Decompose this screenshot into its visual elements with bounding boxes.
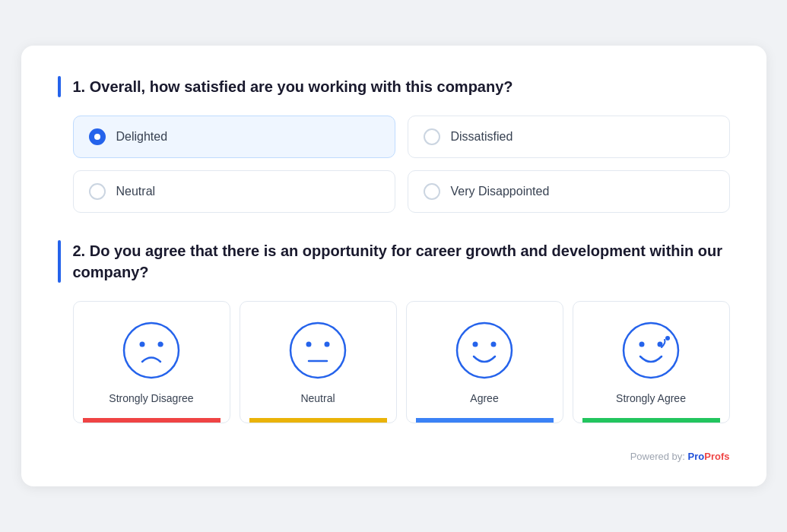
option-dissatisfied[interactable]: Dissatisfied xyxy=(408,116,730,158)
option-agree-label: Agree xyxy=(470,391,498,407)
question-1-label-row: 1. Overall, how satisfied are you workin… xyxy=(58,76,730,97)
question-2-label-row: 2. Do you agree that there is an opportu… xyxy=(58,240,730,283)
bar-strongly-agree xyxy=(582,418,720,423)
bar-neutral xyxy=(249,418,387,423)
question-2-block: 2. Do you agree that there is an opportu… xyxy=(58,240,730,424)
svg-point-12 xyxy=(639,341,645,347)
bar-strongly-disagree xyxy=(83,418,221,423)
question-1-options: Delighted Dissatisfied Neutral Very Disa… xyxy=(73,116,730,213)
profs-text: Profs xyxy=(704,451,729,462)
option-neutral-label: Neutral xyxy=(116,185,156,198)
face-very-happy-icon xyxy=(620,320,681,381)
option-strongly-disagree[interactable]: Strongly Disagree xyxy=(73,301,230,424)
option-very-disappointed[interactable]: Very Disappointed xyxy=(408,170,730,213)
face-neutral-icon xyxy=(287,320,348,381)
svg-point-14 xyxy=(665,336,670,340)
pro-text: Pro xyxy=(688,451,705,462)
option-agree[interactable]: Agree xyxy=(406,301,563,424)
svg-point-6 xyxy=(325,341,330,347)
bar-agree xyxy=(416,418,554,423)
powered-by-footer: Powered by: ProProfs xyxy=(58,451,730,462)
svg-point-1 xyxy=(140,341,145,347)
powered-by-text: Powered by: xyxy=(630,451,685,462)
option-strongly-agree-label: Strongly Agree xyxy=(616,391,686,407)
option-neutral-q2[interactable]: Neutral xyxy=(240,301,397,424)
option-very-disappointed-label: Very Disappointed xyxy=(451,185,550,198)
svg-point-8 xyxy=(457,323,512,378)
question-2-accent xyxy=(58,240,61,283)
option-neutral-q2-label: Neutral xyxy=(300,391,335,407)
svg-point-9 xyxy=(473,341,478,347)
face-happy-icon xyxy=(454,320,515,381)
option-strongly-disagree-label: Strongly Disagree xyxy=(109,391,193,407)
svg-point-11 xyxy=(624,323,678,378)
face-sad-icon xyxy=(121,320,182,381)
svg-point-0 xyxy=(124,323,179,378)
question-2-options: Strongly Disagree Neutral xyxy=(73,301,730,424)
radio-very-disappointed[interactable] xyxy=(424,183,440,200)
radio-dissatisfied[interactable] xyxy=(424,128,440,145)
question-2-text: 2. Do you agree that there is an opportu… xyxy=(73,240,730,283)
radio-neutral[interactable] xyxy=(89,183,106,200)
survey-card: 1. Overall, how satisfied are you workin… xyxy=(21,46,766,487)
option-delighted-label: Delighted xyxy=(116,130,168,144)
svg-point-10 xyxy=(491,341,497,347)
option-dissatisfied-label: Dissatisfied xyxy=(451,130,513,144)
svg-point-3 xyxy=(160,343,163,346)
option-delighted[interactable]: Delighted xyxy=(73,116,395,158)
question-1-accent xyxy=(58,76,61,97)
svg-point-5 xyxy=(306,341,312,347)
question-1-text: 1. Overall, how satisfied are you workin… xyxy=(73,76,513,97)
radio-delighted[interactable] xyxy=(89,128,106,145)
option-strongly-agree[interactable]: Strongly Agree xyxy=(573,301,730,424)
svg-point-4 xyxy=(290,323,345,378)
question-1-block: 1. Overall, how satisfied are you workin… xyxy=(58,76,730,213)
option-neutral[interactable]: Neutral xyxy=(73,170,395,213)
